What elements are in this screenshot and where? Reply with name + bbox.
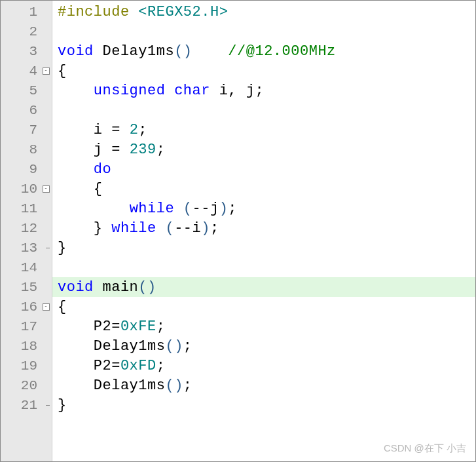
code-line[interactable]: [52, 100, 475, 120]
token-keyword: unsigned: [94, 83, 166, 99]
fold-toggle-icon[interactable]: -: [43, 303, 50, 311]
token-text: ;: [183, 338, 192, 355]
token-text: }: [58, 240, 67, 256]
token-paren: ): [219, 201, 229, 217]
token-text: ;: [156, 142, 166, 158]
token-text: {: [58, 299, 67, 315]
token-paren: (): [174, 43, 192, 60]
gutter-row: 4-: [1, 61, 52, 81]
code-line[interactable]: P2=0xFD;: [52, 356, 475, 375]
token-text: ;: [156, 358, 166, 374]
code-line[interactable]: Delay1ms();: [52, 375, 475, 395]
line-number: 13: [1, 241, 40, 256]
token-paren: (: [165, 220, 174, 237]
token-text: [58, 83, 94, 99]
code-line[interactable]: void Delay1ms() //@12.000MHz: [52, 41, 475, 61]
token-text: P2=: [58, 318, 120, 335]
token-text: {: [58, 181, 103, 197]
line-number: 14: [1, 260, 40, 275]
token-number: 0xFD: [120, 358, 156, 374]
token-text: ;: [228, 201, 237, 217]
code-line[interactable]: P2=0xFE;: [52, 317, 475, 336]
token-paren: ): [201, 220, 210, 237]
code-line[interactable]: void main(): [52, 277, 475, 297]
gutter-row: 18: [1, 336, 52, 356]
fold-column: -: [40, 67, 52, 75]
token-keyword: void: [58, 43, 94, 60]
code-line[interactable]: }: [52, 238, 475, 258]
fold-column: -: [40, 185, 52, 193]
line-number: 12: [1, 221, 40, 236]
line-number: 11: [1, 201, 40, 216]
gutter-row: 7: [1, 120, 52, 140]
token-text: [174, 201, 183, 217]
token-keyword: char: [174, 83, 210, 99]
token-keyword: void: [58, 279, 94, 296]
gutter-row: 12: [1, 218, 52, 238]
gutter-row: 1: [1, 2, 52, 22]
line-number: 2: [1, 24, 40, 39]
gutter-row: 14: [1, 258, 52, 277]
line-number: 7: [1, 123, 40, 138]
token-text: }: [58, 397, 67, 414]
token-text: ;: [210, 220, 219, 237]
gutter-row: 11: [1, 199, 52, 218]
code-line[interactable]: [52, 22, 475, 41]
token-number: 2: [130, 122, 139, 138]
token-paren: (): [165, 338, 183, 355]
fold-toggle-icon[interactable]: -: [43, 185, 50, 193]
token-text: [165, 83, 174, 99]
code-line[interactable]: while (--j);: [52, 199, 475, 218]
code-line[interactable]: i = 2;: [52, 120, 475, 140]
token-text: Delay1ms: [58, 338, 165, 355]
line-number: 1: [1, 5, 40, 20]
code-line[interactable]: {: [52, 297, 475, 317]
code-line[interactable]: unsigned char i, j;: [52, 81, 475, 100]
gutter-row: 19: [1, 356, 52, 375]
gutter-row: 8: [1, 140, 52, 159]
line-number: 18: [1, 339, 40, 354]
code-line[interactable]: }: [52, 395, 475, 415]
token-text: }: [58, 220, 111, 237]
code-line[interactable]: {: [52, 61, 475, 81]
line-number: 20: [1, 378, 40, 393]
token-paren: (): [165, 377, 183, 394]
token-text: {: [58, 63, 67, 79]
line-number: 21: [1, 398, 40, 413]
gutter-row: 21: [1, 395, 52, 415]
line-number: 5: [1, 83, 40, 98]
token-comment: //@12.000MHz: [228, 43, 335, 60]
code-line[interactable]: #include <REGX52.H>: [52, 2, 475, 22]
code-line[interactable]: [52, 258, 475, 277]
code-area[interactable]: #include <REGX52.H>void Delay1ms() //@12…: [52, 1, 475, 461]
token-paren: (: [183, 201, 192, 217]
token-number: 239: [130, 142, 156, 158]
gutter-row: 20: [1, 375, 52, 395]
gutter-row: 16-: [1, 297, 52, 317]
gutter-row: 6: [1, 100, 52, 120]
line-number: 19: [1, 358, 40, 374]
line-number: 8: [1, 142, 40, 157]
line-number: 9: [1, 162, 40, 177]
token-paren: (): [138, 279, 156, 296]
fold-toggle-icon[interactable]: -: [43, 67, 50, 75]
gutter-row: 10-: [1, 179, 52, 199]
code-line[interactable]: j = 239;: [52, 140, 475, 159]
token-text: [58, 201, 130, 217]
code-line[interactable]: {: [52, 179, 475, 199]
line-number: 6: [1, 103, 40, 118]
code-line[interactable]: } while (--i);: [52, 218, 475, 238]
token-text: i =: [58, 122, 130, 138]
gutter-row: 9: [1, 159, 52, 179]
line-number: 3: [1, 44, 40, 59]
token-text: i, j;: [210, 83, 264, 99]
code-line[interactable]: Delay1ms();: [52, 336, 475, 356]
token-text: [192, 43, 229, 60]
code-line[interactable]: do: [52, 159, 475, 179]
token-text: --j: [192, 201, 219, 217]
gutter-row: 2: [1, 22, 52, 41]
token-text: P2=: [58, 358, 120, 374]
gutter-row: 15: [1, 277, 52, 297]
gutter-row: 5: [1, 81, 52, 100]
token-keyword: while: [111, 220, 156, 237]
